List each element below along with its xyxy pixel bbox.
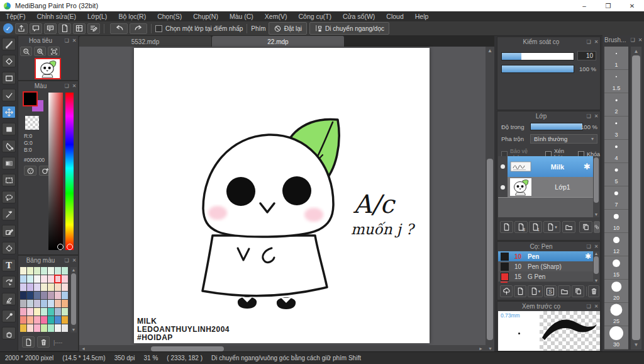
edit-panel-button[interactable] — [87, 23, 100, 34]
palette-swatch[interactable] — [62, 308, 68, 316]
palette-swatch[interactable] — [41, 316, 47, 324]
scrollbar-thumb[interactable] — [487, 159, 493, 340]
palette-swatch[interactable] — [34, 308, 40, 316]
palette-swatch[interactable] — [62, 267, 68, 275]
palette-swatch[interactable] — [20, 283, 26, 291]
close-icon[interactable]: ✕ — [70, 258, 78, 263]
popout-icon[interactable]: ❏ — [585, 113, 592, 119]
scrollbar-thumb[interactable] — [632, 55, 640, 340]
palette-swatch[interactable] — [48, 292, 54, 299]
eyedropper-tool[interactable] — [2, 310, 16, 322]
palette-mode-button[interactable] — [24, 166, 36, 176]
palette-swatch[interactable] — [34, 324, 40, 332]
palette-swatch[interactable] — [41, 324, 47, 332]
palette-swatch[interactable] — [34, 283, 40, 291]
popout-icon[interactable]: ❏ — [63, 258, 70, 263]
close-button[interactable]: ✕ — [620, 0, 644, 11]
scroll-up-icon[interactable]: ▲ — [486, 48, 494, 54]
drawing-canvas[interactable]: A/c muốn j ? MILK LEDOANTHUYLINH2004 #HO… — [134, 48, 430, 343]
brush-tool[interactable] — [2, 38, 16, 50]
menu-item[interactable]: Màu (C) — [224, 11, 259, 21]
menu-item[interactable]: Xem(V) — [259, 11, 293, 21]
palette-swatch[interactable] — [20, 300, 26, 307]
palette-swatch[interactable] — [20, 324, 26, 332]
menu-item[interactable]: Bộ lọc(R) — [113, 11, 152, 21]
new-folder-button[interactable] — [562, 221, 575, 233]
brush-size-item[interactable]: 30 — [604, 326, 628, 350]
menu-item[interactable]: Tệp(F) — [0, 11, 31, 21]
reset-button[interactable]: Đặt lại — [269, 22, 307, 35]
delete-swatch-button[interactable] — [37, 336, 50, 348]
palette-swatch[interactable] — [41, 283, 47, 291]
gear-icon[interactable]: ✱ — [585, 252, 591, 261]
menu-item[interactable]: Công cụ(T) — [292, 11, 337, 21]
cloud-brush-button[interactable] — [500, 285, 513, 297]
select-eraser-tool[interactable] — [2, 242, 16, 254]
palette-swatch[interactable] — [48, 283, 54, 291]
menu-item[interactable]: Lớp(L) — [82, 11, 113, 21]
brush-size-item[interactable]: 7 — [604, 186, 628, 210]
new-swatch-button[interactable] — [22, 336, 35, 348]
brush-size-item[interactable]: 4 — [604, 140, 628, 163]
brush-size-scrollbar[interactable]: ▲ ▼ — [631, 47, 641, 350]
duplicate-layer-button[interactable] — [579, 221, 592, 233]
palette-swatch[interactable] — [62, 275, 68, 283]
scroll-up-icon[interactable]: ▲ — [70, 268, 77, 272]
hue-bar[interactable] — [65, 93, 74, 250]
palette-swatch[interactable] — [34, 275, 40, 283]
brush-opacity-slider[interactable] — [501, 65, 574, 73]
layer-scrollbar[interactable]: ▼ — [593, 156, 599, 217]
menu-item[interactable]: Chụp(N) — [187, 11, 224, 21]
close-icon[interactable]: ✕ — [592, 113, 600, 119]
brush-folder-button[interactable] — [558, 285, 570, 297]
hue-cursor[interactable] — [67, 244, 73, 250]
palette-swatch[interactable] — [62, 283, 68, 291]
rotate-tool[interactable] — [2, 276, 16, 288]
brush-size-slider[interactable] — [501, 52, 574, 60]
visibility-toggle[interactable] — [498, 156, 508, 177]
undo-button[interactable] — [110, 23, 128, 34]
new-8bit-layer-button[interactable]: 8 — [514, 221, 528, 233]
close-icon[interactable]: ✕ — [70, 38, 78, 43]
new-1bit-layer-button[interactable]: 1 — [529, 221, 542, 233]
brush-size-item[interactable]: 1.5 — [604, 70, 628, 93]
palette-swatch[interactable] — [41, 308, 47, 316]
saturation-value-picker[interactable] — [48, 93, 63, 250]
palette-swatch[interactable] — [34, 267, 40, 275]
close-icon[interactable]: ✕ — [592, 304, 600, 309]
palette-swatch[interactable] — [62, 292, 68, 299]
menu-item[interactable]: Chọn(S) — [152, 11, 187, 21]
palette-swatch[interactable] — [62, 324, 68, 332]
palette-swatch[interactable] — [27, 267, 33, 275]
visibility-toggle[interactable] — [498, 177, 508, 197]
duplicate-brush-button[interactable] — [572, 285, 584, 297]
palette-swatch[interactable] — [27, 308, 33, 316]
zoom-in-button[interactable] — [34, 47, 46, 56]
palette-swatch[interactable] — [55, 283, 61, 291]
zoom-out-button[interactable] — [20, 47, 32, 56]
menu-item[interactable]: Cửa sổ(W) — [337, 11, 380, 21]
move-constraint-button[interactable]: Di chuyển ngang/dọc — [309, 22, 389, 35]
palette-swatch[interactable] — [27, 316, 33, 324]
palette-swatch[interactable] — [27, 283, 33, 291]
material-panel-button[interactable] — [73, 23, 86, 34]
scroll-up-icon[interactable]: ▲ — [631, 48, 641, 54]
palette-swatch[interactable] — [20, 267, 26, 275]
palette-swatch[interactable] — [48, 300, 54, 307]
hand-tool[interactable] — [2, 327, 16, 339]
scroll-down-icon[interactable]: ▼ — [631, 342, 641, 348]
scrollbar-thumb[interactable] — [71, 273, 76, 325]
palette-swatch[interactable] — [55, 316, 61, 324]
scrollbar-thumb[interactable] — [151, 346, 224, 351]
scrollbar-thumb[interactable] — [594, 157, 599, 203]
shape-tool[interactable] — [2, 72, 16, 84]
palette-swatch[interactable] — [20, 292, 26, 299]
palette-swatch[interactable] — [55, 275, 61, 283]
script-brush-button[interactable]: S — [544, 285, 557, 297]
add-brush-menu-button[interactable]: ▾ — [528, 285, 543, 297]
scroll-corner-icon[interactable]: ▼ — [488, 346, 492, 351]
palette-swatch[interactable] — [34, 316, 40, 324]
palette-swatch[interactable] — [27, 300, 33, 307]
new-brush-button[interactable] — [514, 285, 526, 297]
palette-swatch[interactable] — [34, 300, 40, 307]
